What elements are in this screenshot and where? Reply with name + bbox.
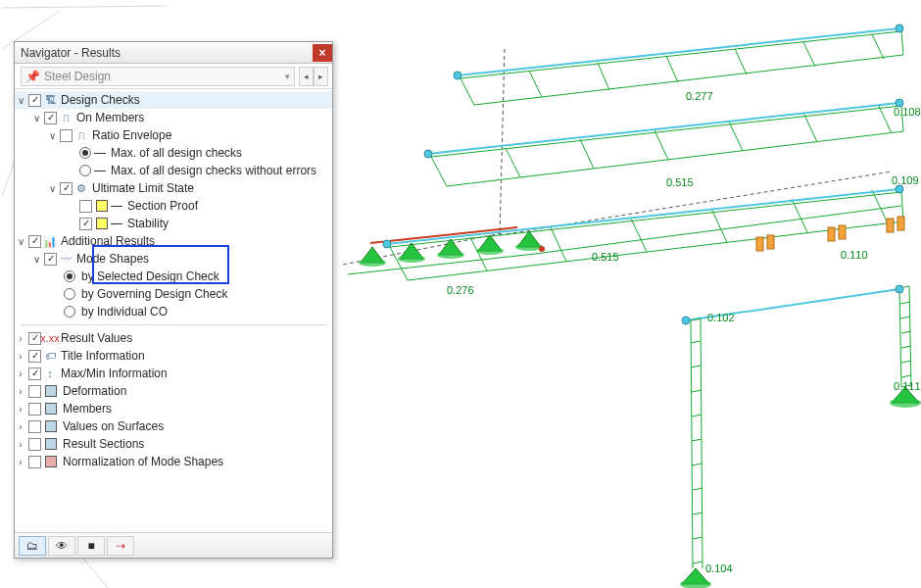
expand-toggle[interactable]: ∨ bbox=[46, 130, 58, 141]
expand-toggle[interactable]: › bbox=[15, 351, 26, 362]
radio[interactable] bbox=[64, 288, 75, 300]
tree-label: Deformation bbox=[63, 384, 126, 398]
result-values-icon: x.xx bbox=[43, 332, 57, 344]
color-swatch bbox=[45, 438, 57, 450]
tree-item-members[interactable]: › Members bbox=[15, 400, 332, 417]
tree-item-title-info[interactable]: › 🏷 Title Information bbox=[15, 347, 332, 365]
navigator-results-panel: Navigator - Results × 📌 Steel Design ▾ ◂… bbox=[14, 41, 333, 559]
tree-item-additional-results[interactable]: ∨ 📊 Additional Results bbox=[15, 232, 332, 250]
maxmin-icon: ↕ bbox=[43, 368, 57, 379]
tree-item-mode-opt3[interactable]: by Individual CO bbox=[15, 303, 332, 320]
checks-icon: 🏗 bbox=[43, 94, 57, 106]
result-value-label: 0.111 bbox=[894, 380, 921, 392]
tree-item-mode-shapes[interactable]: ∨ 〰 Mode Shapes bbox=[15, 250, 332, 268]
design-module-dropdown[interactable]: 📌 Steel Design ▾ bbox=[21, 67, 295, 86]
tree-item-normalization[interactable]: › Normalization of Mode Shapes bbox=[15, 453, 332, 470]
expand-toggle[interactable]: › bbox=[15, 333, 26, 344]
color-swatch bbox=[45, 403, 57, 415]
tree-item-stability[interactable]: Stability bbox=[15, 215, 332, 232]
result-value-label: 0.515 bbox=[666, 176, 694, 188]
svg-point-13 bbox=[890, 398, 921, 408]
checkbox[interactable] bbox=[60, 182, 73, 195]
checkbox[interactable] bbox=[28, 350, 41, 363]
color-swatch bbox=[96, 200, 108, 212]
tree-label: Mode Shapes bbox=[76, 252, 149, 266]
prev-button[interactable]: ◂ bbox=[299, 67, 314, 86]
footer-tab-view[interactable]: 👁 bbox=[48, 536, 75, 556]
results-icon: ⇢ bbox=[116, 539, 125, 553]
tree-item-section-proof[interactable]: Section Proof bbox=[15, 197, 332, 215]
tree-label: Max. of all design checks without errors bbox=[111, 164, 316, 177]
tree-item-result-values[interactable]: › x.xx Result Values bbox=[15, 329, 332, 347]
footer-tab-results[interactable]: ⇢ bbox=[107, 536, 134, 556]
expand-toggle[interactable]: › bbox=[15, 421, 26, 432]
svg-point-25 bbox=[896, 185, 903, 193]
expand-toggle[interactable]: ∨ bbox=[30, 254, 42, 265]
mode-shape-icon: 〰 bbox=[59, 253, 73, 265]
tree-item-maxmin-info[interactable]: › ↕ Max/Min Information bbox=[15, 365, 332, 382]
panel-toolbar: 📌 Steel Design ▾ ◂ ▸ bbox=[15, 64, 332, 89]
checkbox[interactable] bbox=[79, 218, 92, 230]
tree-item-ratio-opt2[interactable]: Max. of all design checks without errors bbox=[15, 162, 332, 179]
expand-toggle[interactable]: ∨ bbox=[15, 236, 26, 247]
tree-label: Design Checks bbox=[61, 93, 140, 107]
tree-item-deformation[interactable]: › Deformation bbox=[15, 382, 332, 400]
expand-toggle[interactable]: ∨ bbox=[30, 113, 42, 123]
tree-item-values-surfaces[interactable]: › Values on Surfaces bbox=[15, 417, 332, 435]
next-button[interactable]: ▸ bbox=[314, 67, 328, 86]
footer-tab-nav[interactable]: 🗂 bbox=[19, 536, 46, 556]
expand-toggle[interactable]: › bbox=[15, 457, 26, 467]
tree-label: by Selected Design Check bbox=[81, 270, 219, 283]
results-tree[interactable]: ∨ 🏗 Design Checks ∨ ⎍ On Members ∨ ⎍ Rat… bbox=[15, 89, 332, 532]
tree-label: Title Information bbox=[61, 349, 145, 363]
radio[interactable] bbox=[79, 147, 91, 159]
svg-rect-19 bbox=[897, 217, 904, 230]
checkbox[interactable] bbox=[44, 112, 57, 124]
svg-rect-17 bbox=[839, 225, 846, 239]
svg-rect-14 bbox=[756, 237, 763, 251]
tree-item-ratio-opt1[interactable]: Max. of all design checks bbox=[15, 144, 332, 162]
footer-tab-camera[interactable]: ■ bbox=[77, 536, 105, 556]
tree-label: Result Values bbox=[61, 331, 132, 345]
checkbox[interactable] bbox=[28, 385, 41, 398]
tree-item-ratio-envelope[interactable]: ∨ ⎍ Ratio Envelope bbox=[15, 126, 332, 144]
eye-icon: 👁 bbox=[56, 539, 68, 553]
checkbox[interactable] bbox=[28, 403, 41, 416]
panel-titlebar[interactable]: Navigator - Results × bbox=[15, 42, 332, 64]
tree-item-uls[interactable]: ∨ ⚙ Ultimate Limit State bbox=[15, 179, 332, 197]
checkbox[interactable] bbox=[28, 235, 41, 248]
checkbox[interactable] bbox=[79, 200, 92, 213]
svg-rect-18 bbox=[887, 219, 894, 232]
expand-toggle[interactable]: ∨ bbox=[46, 183, 58, 194]
radio[interactable] bbox=[79, 165, 91, 176]
checkbox[interactable] bbox=[28, 94, 41, 107]
tree-label: Normalization of Mode Shapes bbox=[63, 455, 223, 468]
tree-item-design-checks[interactable]: ∨ 🏗 Design Checks bbox=[15, 91, 332, 109]
expand-toggle[interactable]: ∨ bbox=[15, 95, 26, 106]
checkbox[interactable] bbox=[44, 253, 57, 266]
title-info-icon: 🏷 bbox=[43, 350, 57, 362]
expand-toggle[interactable]: › bbox=[15, 368, 26, 379]
tree-item-on-members[interactable]: ∨ ⎍ On Members bbox=[15, 109, 332, 126]
close-button[interactable]: × bbox=[313, 44, 332, 62]
tree-label: by Governing Design Check bbox=[81, 287, 227, 301]
expand-toggle[interactable]: › bbox=[15, 386, 26, 397]
checkbox[interactable] bbox=[28, 332, 41, 345]
tree-item-mode-opt1[interactable]: by Selected Design Check bbox=[15, 268, 332, 285]
chevron-down-icon: ▾ bbox=[285, 72, 290, 81]
svg-point-22 bbox=[424, 150, 432, 158]
expand-toggle[interactable]: › bbox=[15, 439, 26, 450]
tree-item-result-sections[interactable]: › Result Sections bbox=[15, 435, 332, 453]
expand-toggle[interactable]: › bbox=[15, 404, 26, 415]
checkbox[interactable] bbox=[28, 368, 41, 380]
svg-point-9 bbox=[515, 243, 543, 251]
tree-item-mode-opt2[interactable]: by Governing Design Check bbox=[15, 285, 332, 303]
radio[interactable] bbox=[64, 270, 75, 282]
radio[interactable] bbox=[64, 306, 75, 318]
checkbox[interactable] bbox=[28, 420, 41, 433]
checkbox[interactable] bbox=[28, 456, 41, 468]
tree-label: On Members bbox=[76, 111, 144, 124]
color-swatch bbox=[45, 385, 57, 397]
checkbox[interactable] bbox=[28, 438, 41, 451]
checkbox[interactable] bbox=[60, 129, 73, 142]
